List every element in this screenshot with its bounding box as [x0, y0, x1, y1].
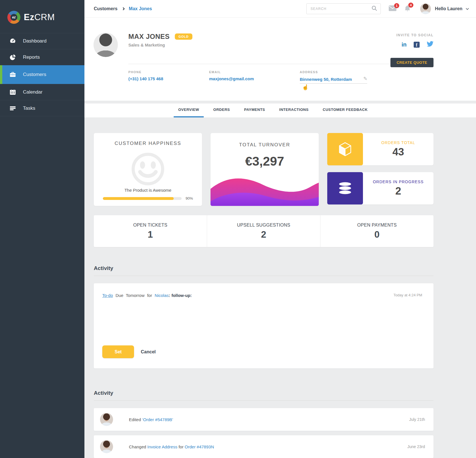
sidebar-item-customers[interactable]: Customers: [0, 65, 84, 84]
sidebar-item-dashboard[interactable]: Dashboard: [0, 33, 84, 49]
breadcrumb-current[interactable]: Max Jones: [129, 6, 152, 11]
smiley-face-icon: [131, 152, 165, 186]
brand-name: EzCRM: [24, 12, 55, 22]
overview-content: CUSTOMER HAPPINESS The Product is Awesom…: [84, 117, 476, 458]
turnover-wave-chart: [211, 174, 319, 206]
facebook-icon[interactable]: f: [414, 42, 420, 48]
briefcase-icon: [9, 71, 16, 78]
user-avatar[interactable]: [420, 3, 431, 14]
section-divider: [94, 400, 434, 401]
header-divider: [128, 64, 434, 64]
sidebar-item-tasks[interactable]: Tasks: [0, 100, 84, 116]
sidebar: EzCRM Dashboard Reports Customers: [0, 0, 84, 458]
brand-logo: EzCRM: [0, 0, 84, 27]
chevron-down-icon: [466, 7, 469, 10]
linkedin-icon[interactable]: in: [401, 41, 407, 48]
pie-chart-icon: [9, 54, 16, 60]
phone-field: PHONE (+31) 140 175 468: [128, 70, 189, 84]
cancel-button[interactable]: Cancel: [141, 349, 156, 354]
activity-log-row[interactable]: Edited ‘Order #54789B’ July 21th: [94, 408, 434, 431]
database-icon: [339, 182, 352, 195]
search-box: [306, 3, 381, 14]
stats-band: OPEN TICKETS 1 UPSELL SUGGESTIONS 2 OPEN…: [94, 215, 434, 247]
address-field: ADDRESS Binnenweg 50, Rotterdam ✎ ☝: [300, 70, 367, 84]
app-window: EzCRM Dashboard Reports Customers: [0, 0, 476, 458]
todo-timestamp: Today at 4:24 PM: [394, 293, 422, 297]
phone-value[interactable]: (+31) 140 175 468: [128, 76, 189, 81]
todo-panel: To-do Due Tomorrow for Nicolas: follow-u…: [94, 283, 434, 368]
turnover-value: €3,297: [211, 154, 319, 169]
contact-row: PHONE (+31) 140 175 468 EMAIL maxjones@g…: [128, 70, 434, 101]
todo-link[interactable]: To-do: [102, 293, 113, 298]
breadcrumb: Customers Max Jones: [94, 6, 152, 11]
todo-task-text: : follow-up:: [169, 293, 192, 298]
stat-value: 0: [374, 229, 379, 240]
stat-label: OPEN TICKETS: [133, 223, 167, 228]
customer-avatar: [94, 33, 118, 57]
tasks-list-icon: [9, 105, 16, 111]
activity-row-pre: Changed: [129, 444, 147, 449]
happiness-title: CUSTOMER HAPPINESS: [94, 141, 202, 146]
activity-log-heading: Activity: [94, 390, 434, 396]
stat-value: 2: [261, 229, 266, 240]
email-field: EMAIL maxjones@gmail.com: [209, 70, 280, 84]
tab-interactions[interactable]: INTERACTIONS: [275, 104, 313, 117]
search-input[interactable]: [311, 7, 371, 11]
top-bar: Customers Max Jones 1 4: [84, 0, 476, 18]
todo-mid-text: Due Tomorrow for: [116, 293, 152, 298]
notifications-badge: 4: [408, 3, 413, 8]
sidebar-item-reports[interactable]: Reports: [0, 49, 84, 65]
brand-name-bold: Ez: [24, 12, 34, 22]
edit-pencil-icon[interactable]: ✎: [363, 76, 367, 82]
activity-row-text: Edited ‘Order #54789B’: [129, 417, 173, 422]
customer-role: Sales & Marketing: [128, 43, 434, 47]
phone-label: PHONE: [128, 70, 189, 74]
tab-orders[interactable]: ORDERS: [209, 104, 235, 117]
todo-text: To-do Due Tomorrow for Nicolas: follow-u…: [102, 293, 192, 298]
activity-user-avatar: [100, 440, 113, 453]
search-icon[interactable]: [371, 5, 377, 12]
orders-in-progress-label: ORDERS IN PROGRESS: [373, 180, 424, 184]
tab-overview[interactable]: OVERVIEW: [174, 104, 204, 117]
stat-open-payments: OPEN PAYMENTS 0: [320, 215, 434, 247]
tab-payments[interactable]: PAYMENTS: [239, 104, 269, 117]
stat-label: OPEN PAYMENTS: [357, 223, 397, 228]
set-button[interactable]: Set: [102, 345, 134, 358]
user-menu[interactable]: Hello Lauren: [435, 6, 468, 11]
email-label: EMAIL: [209, 70, 280, 74]
invoice-address-link[interactable]: Invoice Address: [147, 444, 177, 449]
todo-person-link[interactable]: Nicolas: [155, 293, 169, 298]
notifications-button[interactable]: 4: [404, 5, 411, 13]
breadcrumb-customers[interactable]: Customers: [94, 6, 118, 11]
invite-to-social-label: INVITE TO SOCIAL: [396, 33, 434, 37]
section-divider: [94, 276, 434, 276]
activity-row-text: Changed Invoice Address for Order #47893…: [129, 444, 214, 449]
progress-percent: 90%: [186, 196, 193, 200]
address-value[interactable]: Binnenweg 50, Rotterdam: [300, 77, 352, 82]
activity-log-row[interactable]: Changed Invoice Address for Order #47893…: [94, 435, 434, 458]
sidebar-item-label: Tasks: [23, 105, 35, 111]
orders-total-card: ORDERS TOTAL 43: [327, 133, 434, 165]
orders-total-value: 43: [392, 146, 404, 158]
database-icon-box: [327, 172, 363, 204]
mail-button[interactable]: 1: [389, 5, 396, 12]
cube-icon: [339, 142, 352, 156]
sidebar-item-label: Calendar: [23, 89, 42, 95]
create-quote-button[interactable]: CREATE QUOTE: [390, 58, 434, 67]
happiness-caption: The Product is Awesome: [94, 188, 202, 193]
stat-upsell-suggestions: UPSELL SUGGESTIONS 2: [207, 215, 320, 247]
todo-actions: Set Cancel: [102, 345, 422, 358]
sidebar-item-calendar[interactable]: Calendar: [0, 84, 84, 100]
user-greeting: Hello Lauren: [435, 6, 462, 11]
sidebar-item-label: Customers: [23, 72, 46, 77]
turnover-title: TOTAL TURNOVER: [211, 142, 319, 148]
tab-customer-feedback[interactable]: CUSTOMER FEEDBACK: [318, 104, 372, 117]
twitter-icon[interactable]: [427, 41, 434, 48]
brand-name-light: CRM: [34, 12, 55, 22]
cube-icon-box: [327, 133, 363, 165]
order-link[interactable]: Order #47893N: [185, 444, 214, 449]
order-link[interactable]: ‘Order #54789B’: [142, 417, 173, 422]
chevron-right-icon: [122, 7, 125, 10]
stat-label: UPSELL SUGGESTIONS: [237, 223, 290, 228]
email-value[interactable]: maxjones@gmail.com: [209, 76, 280, 81]
